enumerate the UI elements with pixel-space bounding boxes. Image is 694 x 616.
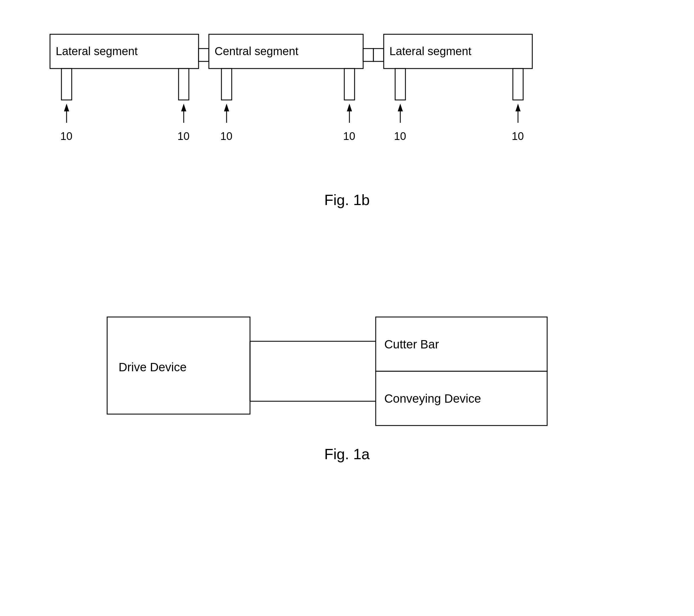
label-10-6: 10: [512, 130, 524, 142]
svg-rect-6: [199, 49, 209, 61]
svg-text:Cutter Bar: Cutter Bar: [384, 338, 439, 351]
svg-rect-17: [395, 69, 405, 100]
lateral-left-label: Lateral segment: [56, 45, 138, 57]
drive-device-label: Drive Device: [118, 360, 186, 374]
svg-text:Lateral segment: Lateral segment: [389, 45, 471, 57]
central-label: Central segment: [215, 45, 298, 57]
cutter-bar-label: Cutter Bar: [384, 338, 439, 351]
fig1b-svg: Lateral segment 10 10 Central segment 10: [33, 23, 661, 188]
fig1a-svg: Drive Device Cutter Bar Conveying Device: [90, 300, 604, 443]
label-10-4: 10: [343, 130, 355, 142]
fig1a-label: Fig. 1a: [324, 446, 370, 463]
label-10-3: 10: [220, 130, 232, 142]
label-10-2: 10: [178, 130, 189, 142]
svg-rect-18: [513, 69, 523, 100]
conveying-device-label: Conveying Device: [384, 392, 481, 405]
svg-rect-2: [61, 69, 72, 100]
svg-text:Central segment: Central segment: [215, 45, 298, 57]
label-10-1: 10: [60, 130, 72, 142]
svg-rect-13: [363, 49, 373, 61]
label-10-5: 10: [394, 130, 406, 142]
fig1a-svg-container: Drive Device Cutter Bar Conveying Device: [90, 300, 604, 443]
fig1a-wrapper: Drive Device Cutter Bar Conveying Device…: [0, 300, 694, 463]
svg-rect-10: [344, 69, 354, 100]
fig1b-svg-container: Lateral segment 10 10 Central segment 10: [33, 23, 661, 188]
svg-text:Conveying Device: Conveying Device: [384, 392, 481, 405]
svg-text:Lateral segment: Lateral segment: [56, 45, 138, 57]
lateral-right-label: Lateral segment: [389, 45, 471, 57]
svg-rect-14: [373, 49, 384, 61]
fig1b-wrapper: Lateral segment 10 10 Central segment 10: [0, 23, 694, 208]
fig1b-label: Fig. 1b: [324, 191, 370, 208]
svg-rect-3: [179, 69, 189, 100]
svg-rect-9: [221, 69, 232, 100]
svg-text:Drive Device: Drive Device: [118, 360, 186, 374]
